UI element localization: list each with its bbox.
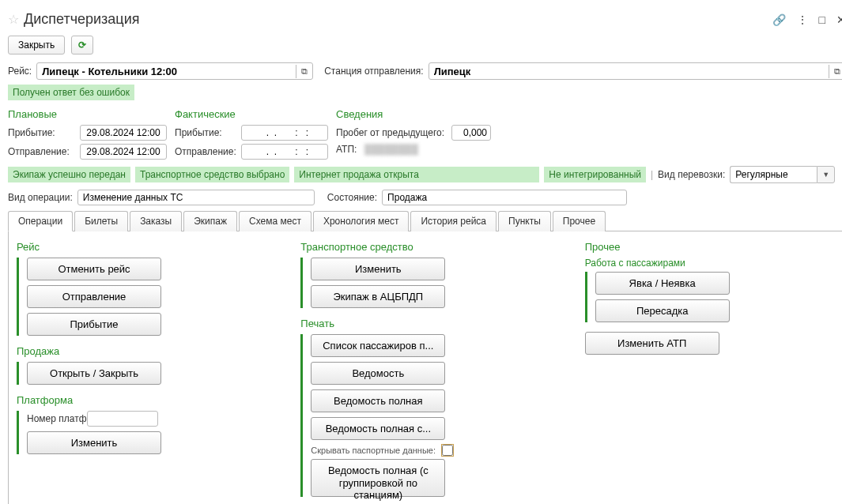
internet-status: Интернет продажа открыта xyxy=(294,167,539,182)
transport-type-label: Вид перевозки: xyxy=(658,169,725,180)
hide-passport-label: Скрывать паспортные данные: xyxy=(311,446,436,455)
station-label: Станция отправления: xyxy=(324,66,423,77)
mileage-input[interactable] xyxy=(451,125,491,141)
statement-full-s-button[interactable]: Ведомость полная с... xyxy=(311,417,445,440)
actual-arrival-input[interactable] xyxy=(241,125,328,141)
mileage-label: Пробег от предыдущего: xyxy=(336,127,447,138)
passenger-list-button[interactable]: Список пассажиров п... xyxy=(311,334,445,357)
route-expand-icon[interactable]: ⧉ xyxy=(296,65,312,78)
sales-section-title: Продажа xyxy=(17,345,269,357)
planned-departure-label: Отправление: xyxy=(8,146,75,157)
tab-orders[interactable]: Заказы xyxy=(130,211,182,231)
statement-grouped-button[interactable]: Ведомость полная (с группировкой по стан… xyxy=(311,459,445,497)
other-section-title: Прочее xyxy=(585,241,837,253)
state-input[interactable] xyxy=(382,190,627,205)
change-platform-button[interactable]: Изменить xyxy=(27,431,161,454)
route-label: Рейс: xyxy=(8,66,32,77)
tab-route-history[interactable]: История рейса xyxy=(410,211,497,231)
platform-section-title: Платформа xyxy=(17,394,269,406)
transport-type-input[interactable] xyxy=(730,166,817,183)
planned-departure-input[interactable] xyxy=(80,144,167,160)
tab-operations[interactable]: Операции xyxy=(8,211,73,231)
info-title: Сведения xyxy=(336,108,842,120)
crew-status: Экипаж успешно передан xyxy=(8,167,130,182)
statement-full-button[interactable]: Ведомость полная xyxy=(311,389,445,412)
platform-number-input[interactable] xyxy=(87,411,158,427)
planned-arrival-input[interactable] xyxy=(80,125,167,141)
attendance-button[interactable]: Явка / Неявка xyxy=(595,272,730,295)
actual-departure-label: Отправление: xyxy=(175,146,236,157)
tab-other[interactable]: Прочее xyxy=(553,211,606,231)
planned-arrival-label: Прибытие: xyxy=(8,127,75,138)
route-section-title: Рейс xyxy=(17,241,269,253)
atp-value: ████████ xyxy=(364,144,418,155)
refresh-button[interactable]: ⟳ xyxy=(71,36,93,55)
platform-number-label: Номер платформы: xyxy=(27,413,82,424)
tab-crew[interactable]: Экипаж xyxy=(183,211,237,231)
atp-label: АТП: xyxy=(336,144,360,155)
station-expand-icon[interactable]: ⧉ xyxy=(829,65,842,78)
separator: | xyxy=(651,169,653,180)
vehicle-section-title: Транспортное средство xyxy=(300,241,553,253)
window-title: Диспетчеризация xyxy=(24,11,772,28)
actual-arrival-label: Прибытие: xyxy=(175,127,236,138)
favorite-star-icon[interactable]: ☆ xyxy=(8,12,19,27)
open-close-sales-button[interactable]: Открыть / Закрыть xyxy=(27,362,161,385)
maximize-icon[interactable]: □ xyxy=(819,13,825,26)
cancel-route-button[interactable]: Отменить рейс xyxy=(27,258,161,280)
crew-acbpdp-button[interactable]: Экипаж в АЦБПДП xyxy=(311,285,445,308)
state-label: Состояние: xyxy=(327,192,377,203)
passengers-subsection-title: Работа с пассажирами xyxy=(585,258,837,269)
tab-points[interactable]: Пункты xyxy=(498,211,551,231)
vehicle-status: Транспортное средство выбрано xyxy=(135,167,289,182)
tab-seat-history[interactable]: Хронология мест xyxy=(313,211,410,231)
change-vehicle-button[interactable]: Изменить xyxy=(311,258,445,280)
transfer-button[interactable]: Пересадка xyxy=(595,299,730,322)
planned-title: Плановые xyxy=(8,108,167,120)
close-icon[interactable]: ✕ xyxy=(836,13,842,26)
operation-type-input[interactable] xyxy=(77,190,315,205)
response-status: Получен ответ без ошибок xyxy=(8,85,134,100)
integration-status: Не интегрированный xyxy=(544,167,646,182)
statement-button[interactable]: Ведомость xyxy=(311,362,445,385)
close-button[interactable]: Закрыть xyxy=(8,36,65,55)
arrival-button[interactable]: Прибытие xyxy=(27,313,161,336)
departure-button[interactable]: Отправление xyxy=(27,285,161,308)
route-input[interactable] xyxy=(37,63,296,80)
station-input[interactable] xyxy=(429,63,829,80)
tab-tickets[interactable]: Билеты xyxy=(74,211,128,231)
actual-title: Фактические xyxy=(175,108,328,120)
operation-type-label: Вид операции: xyxy=(8,192,73,203)
tab-seat-map[interactable]: Схема мест xyxy=(239,211,312,231)
actual-departure-input[interactable] xyxy=(241,144,328,160)
change-atp-button[interactable]: Изменить АТП xyxy=(585,332,719,355)
refresh-icon: ⟳ xyxy=(78,39,86,51)
print-section-title: Печать xyxy=(300,318,553,329)
transport-type-dropdown-icon[interactable]: ▼ xyxy=(817,166,835,183)
hide-passport-checkbox[interactable] xyxy=(442,445,453,456)
link-icon[interactable]: 🔗 xyxy=(772,13,786,26)
more-icon[interactable]: ⋮ xyxy=(797,13,808,26)
